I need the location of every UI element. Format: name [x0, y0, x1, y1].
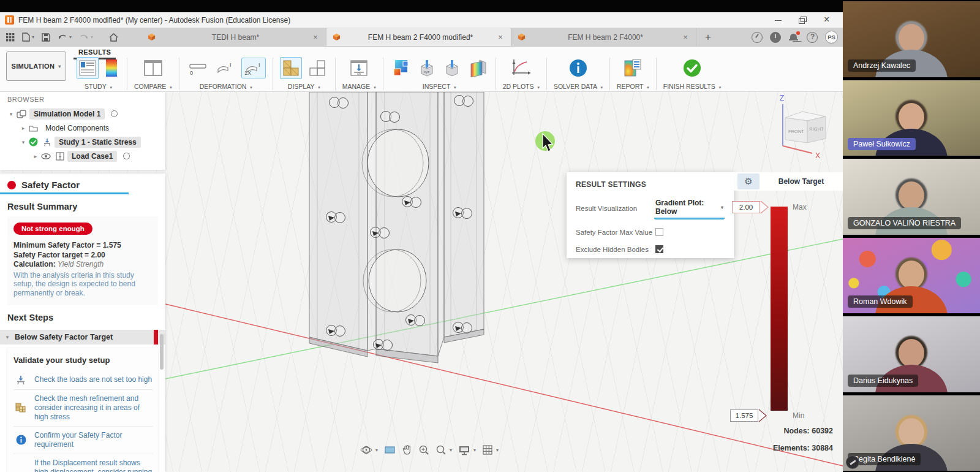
zoom-icon[interactable] — [417, 444, 431, 456]
expand-icon[interactable] — [20, 139, 27, 145]
app-grid-icon[interactable] — [4, 32, 17, 43]
display-dropdown[interactable]: DISPLAY — [288, 83, 320, 90]
ribbon-toolbar: SIMULATION RESULTS STUDY — [0, 47, 843, 92]
redo-icon[interactable] — [77, 32, 96, 42]
solver-info-icon[interactable] — [567, 56, 590, 80]
tree-item-model-components[interactable]: Model Components — [20, 121, 165, 135]
legend-settings-gear-icon[interactable] — [737, 173, 760, 189]
inspect-slice-icon[interactable] — [467, 57, 489, 79]
undo-icon[interactable] — [55, 32, 74, 42]
participant-tile[interactable]: Regita Bendikienė — [843, 395, 980, 471]
ribbon-group-solver-data: SOLVER DATA — [548, 56, 608, 90]
suggestion-row[interactable]: Check the mesh refinement and consider i… — [13, 390, 153, 427]
notifications-icon[interactable] — [788, 32, 799, 43]
safety-factor-max-checkbox[interactable] — [655, 228, 663, 236]
tab-label: FEM H beam 2 F4000* — [530, 33, 681, 42]
workspace-selector[interactable]: SIMULATION — [6, 51, 66, 81]
suggestion-text[interactable]: If the Displacement result shows high di… — [34, 459, 153, 472]
tree-item-simulation-model[interactable]: Simulation Model 1 — [7, 107, 165, 121]
solver-data-dropdown[interactable]: SOLVER DATA — [554, 83, 603, 90]
collapse-icon[interactable] — [4, 334, 11, 340]
zoom-app-icon[interactable] — [846, 455, 859, 469]
study-legend-icon[interactable] — [103, 57, 120, 79]
radio-icon[interactable] — [123, 153, 130, 159]
legend-title: Below Target — [760, 177, 843, 186]
report-dropdown[interactable]: REPORT — [617, 83, 649, 90]
tab-close-icon[interactable] — [681, 33, 690, 42]
deformation-dropdown[interactable]: DEFORMATION — [200, 83, 252, 90]
ribbon-group-compare: COMPARE — [129, 56, 178, 90]
fit-icon[interactable] — [434, 444, 453, 456]
user-avatar[interactable]: PS — [825, 31, 838, 44]
inspect-probe-xyz-icon[interactable]: xyz — [417, 57, 437, 79]
expand-icon[interactable] — [7, 111, 15, 117]
result-status-dot — [7, 181, 16, 189]
manage-icon[interactable] — [347, 57, 371, 79]
inspect-legend-icon[interactable] — [390, 57, 412, 79]
suggestion-row[interactable]: If the Displacement result shows high di… — [13, 454, 153, 472]
display-mesh-icon[interactable] — [280, 57, 302, 79]
compare-dropdown[interactable]: COMPARE — [134, 83, 172, 90]
plot-icon[interactable] — [508, 56, 534, 80]
inspect-dropdown[interactable]: INSPECT — [423, 83, 456, 90]
tab-tedi-h-beam[interactable]: TEDI H beam* — [141, 28, 326, 46]
expand-icon[interactable] — [20, 125, 27, 131]
participant-tile[interactable]: Andrzej Kawalec — [843, 1, 980, 77]
orbit-icon[interactable] — [359, 444, 379, 456]
legend-min-tag[interactable]: 1.575 — [730, 409, 767, 422]
study-report-icon[interactable] — [77, 57, 99, 79]
legend-max-tag[interactable]: 2.00 — [732, 201, 769, 213]
file-menu-icon[interactable] — [20, 31, 37, 43]
look-at-icon[interactable] — [383, 444, 397, 455]
tree-item-load-case[interactable]: Load Case1 — [32, 149, 165, 163]
tab-fem-h-beam[interactable]: FEM H beam 2 F4000* — [511, 28, 696, 46]
plots-dropdown[interactable]: 2D PLOTS — [503, 83, 540, 90]
finish-results-icon[interactable] — [680, 56, 704, 80]
suggestion-row[interactable]: Check the loads are not set too high — [13, 371, 153, 390]
suggestion-text[interactable]: Check the loads are not set too high — [34, 375, 152, 384]
result-visualization-dropdown[interactable]: Gradient Plot: Below — [654, 198, 725, 219]
restore-button[interactable] — [799, 17, 807, 24]
participant-tile[interactable]: Paweł Sułkowicz — [843, 80, 980, 156]
job-status-icon[interactable] — [752, 32, 763, 43]
deformation-actual-icon[interactable]: I — [214, 58, 237, 78]
report-icon[interactable] — [621, 56, 644, 80]
tab-close-icon[interactable] — [496, 33, 505, 42]
viewport[interactable]: Z X FRONT RIGHT — [165, 92, 843, 472]
history-icon[interactable] — [770, 32, 781, 43]
close-button[interactable] — [823, 17, 832, 24]
display-quadrant-icon[interactable] — [306, 57, 328, 79]
pan-icon[interactable] — [401, 444, 413, 456]
expand-icon[interactable] — [32, 153, 39, 159]
participant-tile[interactable]: Darius Eidukynas — [843, 316, 980, 392]
manage-dropdown[interactable]: MANAGE — [342, 83, 376, 90]
deformation-undeformed-icon[interactable]: 0 — [186, 58, 209, 78]
participant-tile[interactable]: GONZALO VALIÑO RIESTRA — [843, 159, 980, 235]
grid-icon[interactable] — [481, 444, 500, 456]
study-dropdown[interactable]: STUDY — [85, 83, 112, 90]
suggestion-text[interactable]: Check the mesh refinement and consider i… — [34, 394, 153, 422]
home-icon[interactable] — [107, 32, 121, 43]
exclude-hidden-bodies-checkbox[interactable] — [655, 245, 663, 253]
view-cube[interactable]: Z X FRONT RIGHT — [780, 94, 826, 160]
display-settings-icon[interactable] — [457, 444, 477, 456]
deformation-scaled-icon[interactable]: I1X — [241, 58, 266, 78]
compare-icon[interactable] — [141, 57, 165, 79]
help-icon[interactable] — [807, 32, 818, 43]
panel-scrollbar[interactable] — [160, 334, 164, 370]
participant-tile[interactable]: Roman Wdowik — [843, 238, 980, 314]
severity-bar — [154, 330, 158, 344]
new-tab-button[interactable] — [696, 28, 720, 46]
save-icon[interactable] — [39, 32, 53, 43]
visibility-eye-icon[interactable] — [41, 153, 51, 159]
finish-results-dropdown[interactable]: FINISH RESULTS — [663, 83, 721, 90]
tab-close-icon[interactable] — [311, 33, 320, 42]
radio-icon[interactable] — [111, 110, 118, 117]
tab-fem-h-beam-modified[interactable]: FEM H beam 2 F4000 modified* — [326, 28, 511, 46]
below-target-group-row[interactable]: Below Safety Factor Target — [0, 330, 165, 344]
inspect-probe-icon[interactable] — [442, 57, 462, 79]
suggestion-row[interactable]: Confirm your Safety Factor requirement — [13, 427, 153, 454]
minimize-button[interactable] — [774, 17, 783, 24]
tree-item-study-1[interactable]: Study 1 - Static Stress — [20, 135, 165, 149]
suggestion-text[interactable]: Confirm your Safety Factor requirement — [34, 431, 153, 449]
